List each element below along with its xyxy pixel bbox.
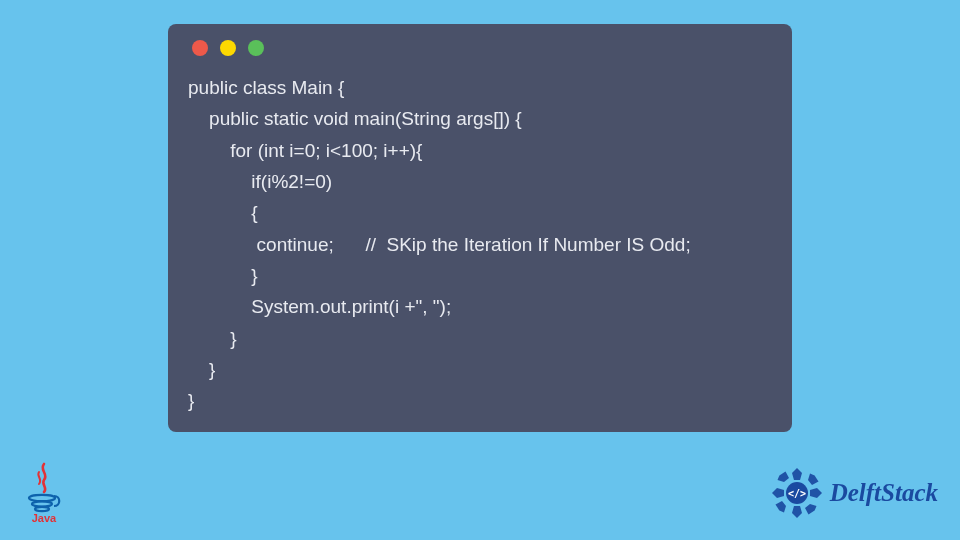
svg-point-0	[29, 495, 55, 501]
delftstack-logo-text: DelftStack	[830, 479, 938, 507]
code-window: public class Main { public static void m…	[168, 24, 792, 432]
window-traffic-lights	[192, 40, 772, 56]
delftstack-logo: </> DelftStack	[770, 466, 938, 520]
java-logo-icon: Java	[20, 462, 68, 524]
svg-point-2	[35, 507, 49, 511]
close-icon	[192, 40, 208, 56]
code-block: public class Main { public static void m…	[188, 72, 772, 417]
maximize-icon	[248, 40, 264, 56]
delftstack-emblem-icon: </>	[770, 466, 824, 520]
java-logo-text: Java	[32, 512, 57, 524]
svg-text:</>: </>	[788, 488, 806, 499]
minimize-icon	[220, 40, 236, 56]
